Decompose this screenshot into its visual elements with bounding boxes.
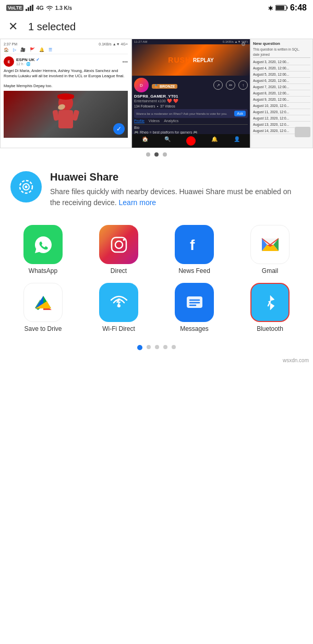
espn-status-bar: 2:37 PM 0.1KB/s ▲▼ 4G+ — [4, 42, 128, 46]
speed-indicator: 1.3 K/s — [55, 5, 72, 11]
share-icon[interactable]: ↗ — [213, 80, 223, 90]
status-left: VoLTE 4G 1.3 K/s — [6, 5, 72, 11]
gmail-label: Gmail — [262, 267, 278, 275]
direct-label: Direct — [111, 267, 127, 275]
news-feed-label: News Feed — [178, 267, 210, 275]
svg-point-18 — [115, 241, 123, 248]
learn-more-link[interactable]: Learn more — [119, 198, 156, 207]
upload-icon[interactable]: ↑ — [238, 80, 248, 90]
question-title: New question — [253, 41, 310, 46]
bell-nav-icon[interactable]: 🔔 — [211, 136, 218, 146]
rheo-category: Entertainment x100 ❤️ ❤️ — [134, 99, 248, 103]
drive-label: Save to Drive — [24, 325, 62, 332]
svg-rect-10 — [58, 110, 73, 128]
grey-placeholder-box — [295, 127, 310, 137]
app-drive[interactable]: Save to Drive — [5, 283, 81, 332]
bluetooth-icon — [250, 283, 290, 322]
svg-point-16 — [25, 186, 28, 188]
espn-post-image: ✓ — [4, 91, 128, 138]
messages-icon — [175, 283, 214, 322]
app-grid: WhatsApp Direct f News Feed — [0, 217, 313, 338]
app-instagram[interactable]: Direct — [81, 225, 156, 275]
instagram-icon — [99, 225, 138, 264]
question-screenshot[interactable]: New question This question is written in… — [250, 39, 313, 148]
rheo-status-bar: 11:27 AM 0.1KB/s ▲▼ WiFi — [132, 39, 250, 44]
selected-checkmark: ✓ — [113, 123, 125, 135]
top-bar: ✕ 1 selected — [0, 15, 313, 39]
edit-icon[interactable]: ✏ — [226, 80, 235, 90]
app-messages[interactable]: Messages — [156, 283, 232, 332]
bluetooth-label: Bluetooth — [257, 325, 283, 332]
dot-3 — [163, 152, 167, 157]
pagination-dots — [0, 338, 313, 355]
svg-rect-1 — [28, 7, 29, 11]
home-nav-icon[interactable]: 🏠 — [142, 136, 148, 146]
svg-rect-2 — [30, 6, 31, 11]
close-button[interactable]: ✕ — [8, 20, 18, 33]
whatsapp-icon — [23, 225, 63, 264]
volte-badge: VoLTE — [6, 5, 23, 11]
whatsapp-label: WhatsApp — [29, 267, 57, 275]
svg-rect-5 — [286, 7, 287, 9]
network-type: 4G — [36, 5, 44, 11]
question-data-rows: August 3, 2020, 12:00... August 4, 2020,… — [253, 59, 310, 134]
app-gmail[interactable]: Gmail — [232, 225, 308, 275]
svg-point-19 — [123, 238, 125, 241]
search-nav-icon[interactable]: 🔍 — [164, 136, 171, 146]
huawei-share-title: Huawei Share — [50, 171, 303, 183]
espn-screenshot[interactable]: 2:37 PM 0.1KB/s ▲▼ 4G+ 🏠▷🎥🚩🔔☰ E ESPN UK … — [0, 39, 131, 148]
espn-post-header: E ESPN UK ✓ 12 h · 🌐 ••• — [4, 56, 128, 67]
date-joined-header: date joined — [253, 53, 310, 58]
user-nav-icon[interactable]: 👤 — [234, 136, 240, 146]
page-dot-3 — [155, 345, 159, 349]
espn-nav: 🏠▷🎥🚩🔔☰ — [4, 47, 128, 54]
tab-videos[interactable]: Videos — [149, 119, 160, 123]
app-whatsapp[interactable]: WhatsApp — [5, 225, 81, 275]
huawei-share-icon — [10, 171, 42, 202]
rheo-user-avatar: D — [134, 78, 149, 92]
page-dot-1 — [137, 345, 142, 350]
huawei-share-description: Share files quickly with nearby devices.… — [50, 186, 303, 208]
screenshots-row: 2:37 PM 0.1KB/s ▲▼ 4G+ 🏠▷🎥🚩🔔☰ E ESPN UK … — [0, 39, 313, 148]
bronze-badge: 🥉 BRONZE — [152, 84, 177, 89]
record-button[interactable] — [186, 136, 196, 146]
svg-rect-0 — [26, 9, 27, 11]
wifi-direct-icon — [99, 283, 138, 322]
rheo-tabs: Profile Videos Analytics — [134, 119, 248, 125]
espn-avatar: E — [4, 56, 14, 67]
watermark: wsxdn.com — [0, 355, 313, 365]
wifi-direct-label: Wi-Fi Direct — [102, 325, 135, 332]
selected-count-text: 1 selected — [28, 21, 76, 33]
dot-1 — [146, 152, 150, 157]
svg-rect-11 — [52, 110, 59, 121]
wifi-icon — [46, 5, 53, 11]
app-wifi-direct[interactable]: Wi-Fi Direct — [81, 283, 156, 332]
svg-rect-6 — [276, 6, 284, 10]
rheo-username: DSPR8_GAMER_YT01 — [134, 94, 248, 99]
app-facebook[interactable]: f News Feed — [156, 225, 232, 275]
status-bar: VoLTE 4G 1.3 K/s ∗ 6:48 — [0, 0, 313, 15]
time-display: 6:48 — [290, 3, 307, 13]
rheo-bottom-nav: 🏠 🔍 🔔 👤 — [132, 134, 250, 148]
bluetooth-status-icon: ∗ — [268, 4, 273, 12]
drive-icon — [23, 283, 63, 322]
svg-rect-3 — [32, 5, 33, 11]
dot-2 — [154, 152, 159, 157]
rheo-screenshot[interactable]: 11:27 AM 0.1KB/s ▲▼ WiFi RUSH REPLAY ⚙ D… — [131, 39, 250, 148]
page-dot-4 — [163, 345, 167, 349]
svg-rect-9 — [57, 94, 74, 99]
huawei-share-text-block: Huawei Share Share files quickly with ne… — [50, 171, 303, 208]
signal-strength-icon — [26, 5, 34, 11]
screenshot-dots — [0, 148, 313, 161]
tab-analytics[interactable]: Analytics — [164, 119, 178, 123]
espn-post-text: Angel Di Maria, Ander Herrera, Ashley Yo… — [4, 68, 128, 89]
tab-profile[interactable]: Profile — [134, 119, 145, 123]
gmail-icon — [250, 225, 290, 264]
facebook-icon: f — [175, 225, 214, 264]
page-dot-2 — [147, 345, 151, 349]
huawei-share-section: Huawei Share Share files quickly with ne… — [0, 161, 313, 217]
app-bluetooth[interactable]: Bluetooth — [232, 283, 308, 332]
ask-button[interactable]: Ask — [234, 111, 246, 116]
question-subtitle: This question is written in SQL. — [253, 47, 310, 51]
svg-text:f: f — [190, 237, 195, 253]
